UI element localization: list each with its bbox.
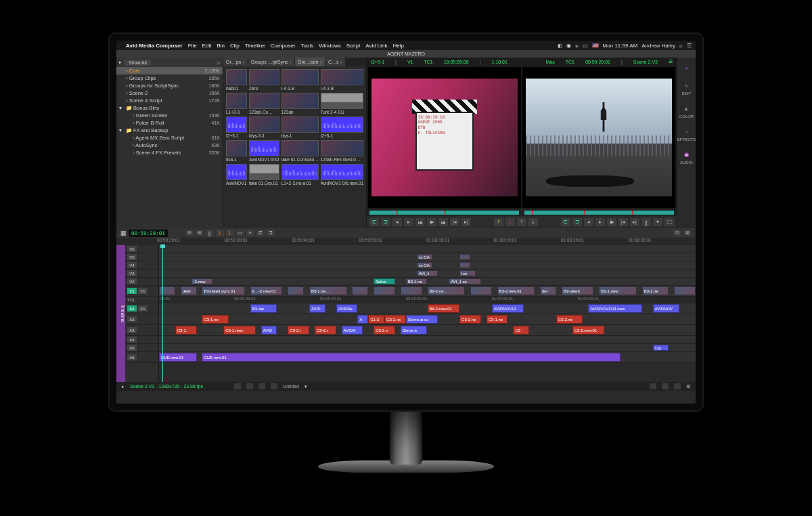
record-monitor[interactable] [522, 67, 675, 208]
clip-thumbnail[interactable]: L1+2-3 [226, 93, 247, 114]
clip[interactable]: Sierra a [401, 326, 428, 335]
clip[interactable]: del [540, 286, 556, 295]
clip[interactable]: lun [459, 270, 476, 276]
status-button[interactable] [271, 383, 277, 389]
track-selector[interactable]: A5 [127, 345, 137, 351]
timeline-ruler[interactable]: 00:59:29:01 00:59:39:01 00:59:49:01 00:5… [116, 238, 696, 245]
clip[interactable]: AVID [261, 326, 277, 335]
clip-thumbnail[interactable]: nab01 [226, 69, 247, 91]
status-button[interactable] [234, 383, 241, 389]
sidetab-inspector[interactable]: ✦ [682, 63, 692, 72]
close-icon[interactable]: × [340, 60, 343, 64]
clip-thumbnail[interactable]: Ilsa-1 [226, 140, 247, 162]
bin-tab[interactable]: Groups …iptSync× [248, 58, 294, 66]
menu-windows[interactable]: Windows [319, 43, 340, 49]
source-monitor[interactable]: 16:09:39:10 AGENT ZERO BTB P. TOLIFSON [368, 67, 521, 208]
status-button[interactable] [662, 383, 669, 389]
clip[interactable]: -2.new [191, 278, 213, 284]
bins-new-icon[interactable]: ▸ [119, 60, 122, 65]
bin-row[interactable]: ▫ Green Screen153K [116, 112, 223, 119]
track-selector[interactable]: A2 [127, 316, 137, 322]
menubar-clock[interactable]: Mon 11:59 AM [603, 43, 638, 49]
tl-tool-button[interactable]: ⊡ [673, 230, 681, 236]
clip[interactable] [459, 262, 470, 268]
clip[interactable]: C3-1. [175, 326, 197, 335]
clip[interactable]: C3 [513, 326, 529, 335]
clip-thumbnail[interactable]: AvidNOV1 [226, 164, 247, 186]
clip[interactable]: AVIDNe [336, 304, 358, 313]
clip[interactable]: AVIDNOV [653, 304, 680, 313]
menu-edit[interactable]: Edit [202, 43, 212, 49]
src-patch[interactable]: A1 [127, 305, 137, 311]
goto-in-rec-button[interactable]: |◂ [618, 218, 628, 226]
close-icon[interactable]: × [242, 60, 245, 64]
tl-tool-button[interactable]: ][ [206, 230, 214, 236]
timeline-menu-icon[interactable]: ▦ [120, 230, 127, 236]
clip[interactable]: C3-2.ne [459, 315, 481, 324]
clip[interactable]: C3-2.r [288, 326, 309, 335]
track-selector[interactable]: V6 [127, 246, 137, 252]
timeline-tab[interactable]: Timeline [116, 245, 125, 382]
timeline-timecode[interactable]: 00:59:29:01 [129, 230, 168, 237]
menu-tools[interactable]: Tools [301, 43, 314, 49]
track-selector[interactable]: A4 [127, 337, 137, 343]
bin-row[interactable]: ▾📁 FX and Backup [116, 127, 223, 134]
control-center-icon[interactable]: ☰ [687, 43, 692, 49]
menu-avidlink[interactable]: Avid Link [365, 43, 387, 49]
bin-row[interactable]: ▫ Poker B Roll41K [116, 119, 223, 127]
clip[interactable]: B1-1.new [599, 286, 637, 295]
tl-cut-button[interactable]: ✂ [246, 230, 254, 236]
tl-tool-button[interactable]: ▭ [236, 230, 244, 236]
clip-thumbnail[interactable]: take 01.Grp.01 [249, 164, 279, 186]
step-back-rec-button[interactable]: ◂ [584, 218, 593, 226]
app-name[interactable]: Avid Media Composer [126, 43, 183, 49]
bins-search-icon[interactable]: ⌕ [217, 60, 220, 65]
bin-tab[interactable]: Gre…een× [295, 58, 325, 66]
clip-thumbnail[interactable]: AvidNOV1 6/32 [249, 140, 279, 162]
bin-tab[interactable]: Gr…ps× [223, 58, 248, 66]
bin-row[interactable]: ▫ Scene 4 FX Presets320K [116, 149, 223, 156]
track-selector[interactable]: V3 [127, 270, 137, 276]
clip[interactable]: C3-2.ne [556, 315, 583, 324]
status-icon[interactable]: ◉ [566, 43, 571, 49]
clip[interactable]: C3-1.new. [223, 326, 256, 335]
tl-tool-button[interactable]: ⟅ [226, 230, 234, 236]
battery-icon[interactable]: ▭ [583, 43, 588, 49]
play-rec-button[interactable]: ▶ [607, 218, 616, 226]
status-icon[interactable]: ▸ [122, 384, 125, 389]
clip[interactable]: A [357, 315, 368, 324]
src-patch[interactable]: V1 [127, 288, 137, 294]
track-selector[interactable]: V1 [138, 288, 148, 294]
step-fwd-rec-button[interactable]: ▸ [595, 218, 605, 226]
bin-row[interactable]: ▫ Scene 2106K [116, 89, 223, 97]
clip-thumbnail[interactable]: I-4-3.B [281, 69, 319, 91]
track-selector[interactable]: A3 [127, 327, 137, 333]
track-selector[interactable]: A1 [138, 305, 148, 311]
sidetab-effects[interactable]: ✧EFFECTS [677, 127, 696, 142]
fullscreen-button[interactable]: ⛶ [664, 218, 674, 226]
clip-thumbnail[interactable]: 123ab.Co… [249, 93, 279, 114]
clip[interactable]: k…-2.new.01 [250, 286, 283, 295]
clip[interactable]: AVIDNOV11/4.new [588, 304, 641, 313]
menu-bin[interactable]: Bin [217, 43, 225, 49]
spotlight-icon[interactable]: ⌕ [679, 43, 683, 49]
clip-thumbnail[interactable]: Zero [249, 69, 279, 91]
clip-thumbnail[interactable]: I2+5-1 [226, 116, 247, 138]
status-button[interactable] [674, 383, 681, 389]
clip[interactable]: C3-2.n [374, 326, 395, 335]
clip-thumbnail[interactable]: Ilsa-1 [281, 116, 319, 138]
clip[interactable]: CUE.new.01 [159, 353, 197, 362]
composer-menu-icon[interactable]: ☰ [669, 59, 673, 64]
clip[interactable]: AVI_1 [417, 270, 438, 276]
clip-thumbnail[interactable]: Mys-5-1 [249, 116, 279, 138]
clip[interactable]: Cig [653, 345, 669, 351]
playhead[interactable] [162, 245, 163, 382]
tl-tool-button[interactable]: ⊞ [196, 230, 204, 236]
mark-out-rec-button[interactable]: ⊐ [572, 218, 582, 226]
track-selector[interactable]: V5 [127, 254, 137, 260]
flag-icon[interactable]: 🇺🇸 [592, 43, 599, 49]
clip[interactable]: AVIDNOV11 [492, 304, 524, 313]
status-icon[interactable]: ◐ [558, 43, 562, 49]
clip-thumbnail[interactable]: I-4-3 B [321, 69, 363, 91]
clip-thumbnail[interactable]: 123ab [281, 93, 319, 114]
